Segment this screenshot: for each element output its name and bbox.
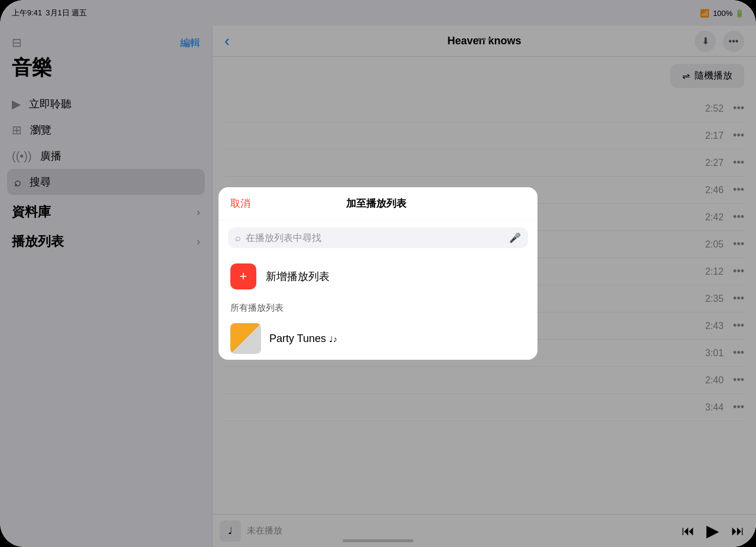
new-playlist-item[interactable]: + 新增播放列表 (219, 255, 537, 298)
playlist-music-note: ♩♪ (329, 334, 337, 344)
modal-title: 加至播放列表 (346, 197, 406, 210)
all-playlists-label: 所有播放列表 (219, 298, 537, 317)
add-to-playlist-modal: 取消 加至播放列表 ⌕ 🎤 + 新增播放列表 所有播放列表 (219, 187, 537, 360)
modal-search-container: ⌕ 🎤 (228, 227, 528, 248)
modal-overlay[interactable]: 取消 加至播放列表 ⌕ 🎤 + 新增播放列表 所有播放列表 (0, 0, 756, 547)
playlist-thumbnail (230, 323, 261, 354)
modal-cancel-button[interactable]: 取消 (230, 197, 250, 210)
modal-header: 取消 加至播放列表 (219, 187, 537, 220)
playlist-name: Party Tunes ♩♪ (269, 333, 337, 344)
modal-search-icon: ⌕ (235, 233, 241, 243)
home-indicator (343, 539, 413, 542)
new-playlist-icon: + (230, 263, 256, 289)
modal-search-input[interactable] (246, 233, 504, 243)
new-playlist-label: 新增播放列表 (266, 269, 330, 284)
playlist-item[interactable]: Party Tunes ♩♪ (219, 317, 537, 360)
microphone-icon[interactable]: 🎤 (509, 232, 521, 243)
playlist-thumbnail-image (230, 323, 261, 354)
modal-body: + 新增播放列表 所有播放列表 Party Tunes ♩♪ (219, 255, 537, 360)
